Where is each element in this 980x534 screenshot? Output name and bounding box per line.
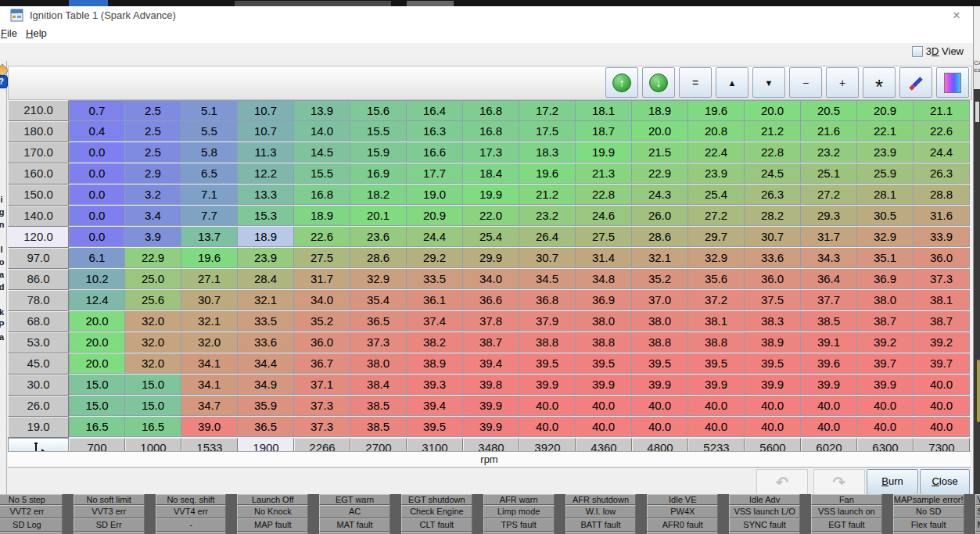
table-cell[interactable]: 32.1 bbox=[238, 290, 294, 310]
table-cell[interactable]: 37.3 bbox=[294, 396, 350, 416]
table-cell[interactable]: 6.5 bbox=[181, 163, 238, 184]
scale-button[interactable]: * bbox=[863, 67, 896, 98]
table-cell[interactable]: 13.9 bbox=[294, 100, 350, 121]
table-cell[interactable]: 16.3 bbox=[407, 121, 463, 142]
table-cell[interactable]: 39.7 bbox=[914, 353, 970, 374]
table-cell[interactable]: 36.9 bbox=[576, 290, 632, 310]
table-cell[interactable]: 20.0 bbox=[69, 311, 125, 332]
decrease-all-button[interactable]: ↓ bbox=[642, 67, 675, 98]
table-cell[interactable]: 6.1 bbox=[69, 248, 125, 268]
table-cell[interactable]: 39.5 bbox=[632, 353, 688, 374]
table-cell[interactable]: 18.1 bbox=[576, 100, 632, 121]
table-cell[interactable]: 36.7 bbox=[294, 353, 350, 374]
table-cell[interactable]: 27.2 bbox=[801, 185, 857, 205]
table-cell[interactable]: 18.2 bbox=[350, 185, 407, 205]
table-cell[interactable]: 15.6 bbox=[350, 100, 407, 121]
table-cell[interactable]: 27.1 bbox=[181, 269, 238, 289]
y-axis-header[interactable]: 160.0 bbox=[8, 163, 69, 185]
table-cell[interactable]: 16.5 bbox=[69, 417, 125, 437]
table-cell[interactable]: 28.6 bbox=[632, 227, 688, 247]
table-cell[interactable]: 36.5 bbox=[350, 311, 407, 332]
edit-button[interactable] bbox=[899, 67, 932, 98]
table-cell[interactable]: 34.8 bbox=[576, 269, 632, 289]
close-button[interactable]: Close bbox=[920, 469, 970, 495]
table-cell[interactable]: 38.8 bbox=[632, 332, 688, 353]
table-cell[interactable]: 39.4 bbox=[407, 396, 463, 416]
y-axis-header[interactable]: 26.0 bbox=[8, 396, 69, 417]
table-cell[interactable]: 15.5 bbox=[350, 121, 407, 142]
table-cell[interactable]: 2.5 bbox=[125, 100, 181, 121]
table-cell[interactable]: 39.7 bbox=[857, 353, 914, 374]
table-cell[interactable]: 19.6 bbox=[519, 163, 576, 184]
y-axis-header[interactable]: 150.0 bbox=[8, 185, 69, 206]
table-cell[interactable]: 11.3 bbox=[238, 142, 294, 163]
table-cell[interactable]: 20.0 bbox=[632, 121, 688, 142]
table-cell[interactable]: 38.2 bbox=[407, 332, 463, 353]
table-cell[interactable]: 36.0 bbox=[294, 332, 350, 353]
table-cell[interactable]: 38.9 bbox=[745, 332, 801, 353]
table-cell[interactable]: 32.0 bbox=[125, 332, 181, 353]
table-cell[interactable]: 33.6 bbox=[745, 248, 801, 268]
table-cell[interactable]: 35.9 bbox=[238, 396, 294, 416]
table-cell[interactable]: 16.6 bbox=[407, 142, 463, 163]
table-cell[interactable]: 25.4 bbox=[463, 227, 519, 247]
table-cell[interactable]: 40.0 bbox=[914, 417, 970, 437]
table-cell[interactable]: 39.9 bbox=[857, 375, 914, 395]
table-cell[interactable]: 34.5 bbox=[519, 269, 576, 289]
table-cell[interactable]: 29.2 bbox=[407, 248, 463, 268]
table-cell[interactable]: 19.9 bbox=[576, 142, 632, 163]
table-cell[interactable]: 32.1 bbox=[181, 311, 238, 332]
table-cell[interactable]: 25.9 bbox=[857, 163, 914, 184]
table-cell[interactable]: 19.6 bbox=[688, 100, 745, 121]
table-cell[interactable]: 2.5 bbox=[125, 142, 181, 163]
color-map-button[interactable] bbox=[936, 67, 969, 98]
table-cell[interactable]: 36.8 bbox=[519, 290, 576, 310]
table-cell[interactable]: 27.5 bbox=[294, 248, 350, 268]
table-cell[interactable]: 40.0 bbox=[801, 396, 857, 416]
table-cell[interactable]: 3.2 bbox=[125, 185, 181, 205]
table-cell[interactable]: 25.0 bbox=[125, 269, 181, 289]
table-cell[interactable]: 21.2 bbox=[519, 185, 576, 205]
table-cell[interactable]: 39.8 bbox=[463, 375, 519, 395]
table-cell[interactable]: 39.9 bbox=[463, 417, 519, 437]
table-cell[interactable]: 33.5 bbox=[407, 269, 463, 289]
table-cell[interactable]: 23.9 bbox=[857, 142, 914, 163]
table-cell[interactable]: 30.7 bbox=[745, 227, 801, 247]
table-cell[interactable]: 13.3 bbox=[238, 185, 294, 205]
table-cell[interactable]: 15.5 bbox=[294, 163, 350, 184]
y-axis-header[interactable]: 53.0 bbox=[8, 332, 69, 353]
table-cell[interactable]: 23.2 bbox=[519, 206, 576, 226]
table-cell[interactable]: 24.4 bbox=[407, 227, 463, 247]
table-cell[interactable]: 39.9 bbox=[745, 375, 801, 395]
table-cell[interactable]: 39.2 bbox=[914, 332, 970, 353]
table-cell[interactable]: 32.0 bbox=[125, 353, 181, 374]
table-cell[interactable]: 10.7 bbox=[238, 121, 294, 142]
table-cell[interactable]: 22.8 bbox=[745, 142, 801, 163]
table-cell[interactable]: 28.2 bbox=[745, 206, 801, 226]
table-cell[interactable]: 17.2 bbox=[519, 100, 576, 121]
table-cell[interactable]: 32.1 bbox=[632, 248, 688, 268]
table-cell[interactable]: 12.2 bbox=[238, 163, 294, 184]
table-cell[interactable]: 21.1 bbox=[914, 100, 970, 121]
burn-button[interactable]: Burn bbox=[867, 469, 918, 495]
table-cell[interactable]: 36.6 bbox=[463, 290, 519, 310]
table-cell[interactable]: 20.5 bbox=[801, 100, 857, 121]
table-cell[interactable]: 40.0 bbox=[914, 375, 970, 395]
table-cell[interactable]: 33.5 bbox=[238, 311, 294, 332]
table-cell[interactable]: 40.0 bbox=[745, 417, 801, 437]
y-axis-header[interactable]: 97.0 bbox=[8, 248, 69, 269]
table-cell[interactable]: 38.7 bbox=[857, 311, 914, 332]
table-cell[interactable]: 3.9 bbox=[125, 227, 181, 247]
table-cell[interactable]: 24.3 bbox=[632, 185, 688, 205]
table-cell[interactable]: 16.5 bbox=[125, 417, 181, 437]
table-cell[interactable]: 38.0 bbox=[350, 353, 407, 374]
table-cell[interactable]: 24.4 bbox=[914, 142, 970, 163]
table-cell[interactable]: 39.9 bbox=[801, 375, 857, 395]
y-axis-header[interactable]: 210.0 bbox=[8, 100, 69, 121]
table-cell[interactable]: 38.0 bbox=[576, 311, 632, 332]
table-cell[interactable]: 39.9 bbox=[632, 375, 688, 395]
table-cell[interactable]: 25.6 bbox=[125, 290, 181, 310]
table-cell[interactable]: 5.5 bbox=[181, 121, 238, 142]
table-cell[interactable]: 34.1 bbox=[181, 375, 238, 395]
table-cell[interactable]: 26.4 bbox=[519, 227, 576, 247]
